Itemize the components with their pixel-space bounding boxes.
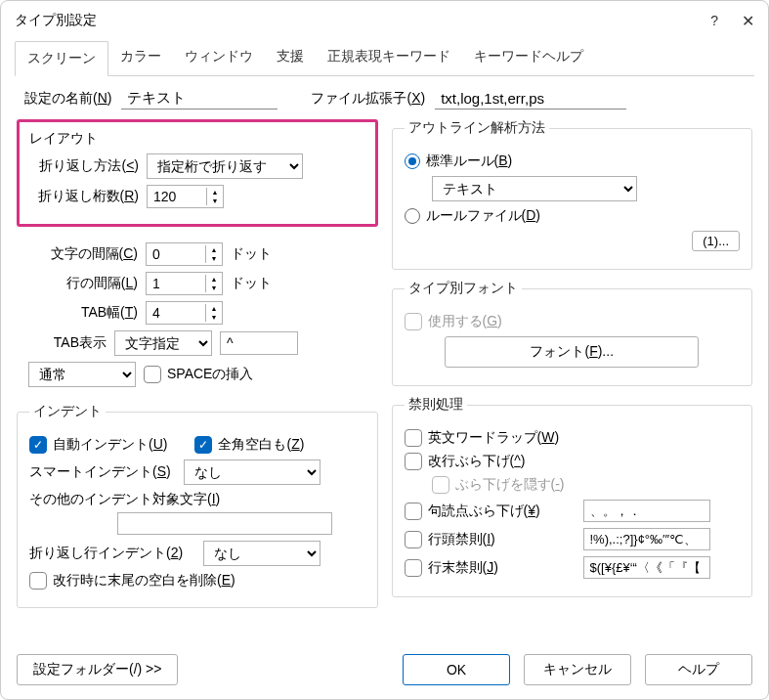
line-space-spinner[interactable]: ▲▼ — [146, 272, 223, 295]
spin-down-icon[interactable]: ▼ — [206, 313, 222, 322]
char-space-spinner[interactable]: ▲▼ — [146, 242, 223, 266]
spin-up-icon[interactable]: ▲ — [206, 245, 222, 254]
use-font-checkbox[interactable]: 使用する(G) — [405, 313, 502, 330]
dialog-body: スクリーン カラー ウィンドウ 支援 正規表現キーワード キーワードヘルプ 設定… — [1, 40, 768, 699]
auto-indent-label: 自動インデント(U) — [53, 436, 167, 454]
ok-button[interactable]: OK — [403, 654, 510, 685]
line-head-checkbox[interactable]: 行頭禁則(I) — [405, 531, 576, 548]
use-font-label: 使用する(G) — [428, 313, 502, 330]
line-tail-label: 行末禁則(J) — [428, 559, 498, 577]
wordwrap-checkbox[interactable]: 英文ワードラップ(W) — [405, 429, 560, 447]
right-column: アウトライン解析方法 標準ルール(B) テキスト — [392, 119, 753, 608]
rule-file-label: ルールファイル(D) — [426, 207, 540, 225]
checkbox-icon: ✓ — [29, 436, 47, 454]
checkbox-icon — [405, 531, 422, 548]
tab-support[interactable]: 支援 — [265, 40, 316, 75]
outline-group: アウトライン解析方法 標準ルール(B) テキスト — [392, 119, 753, 270]
spin-down-icon[interactable]: ▼ — [206, 254, 222, 263]
other-indent-chars-label: その他のインデント対象文字(I) — [29, 491, 220, 508]
rule-file-radio[interactable]: ルールファイル(D) — [405, 207, 540, 225]
space-insert-checkbox[interactable]: SPACEの挿入 — [144, 366, 253, 383]
name-label: 設定の名前(N) — [24, 90, 111, 108]
char-space-input[interactable] — [147, 243, 205, 265]
fullwidth-space-checkbox[interactable]: ✓ 全角空白も(Z) — [194, 436, 304, 454]
tab-window[interactable]: ウィンドウ — [173, 40, 265, 75]
space-insert-label: SPACEの挿入 — [167, 366, 253, 383]
ext-input[interactable] — [435, 88, 626, 109]
standard-rule-combo[interactable]: テキスト — [432, 176, 637, 201]
wrap-cols-label: 折り返し桁数(R) — [29, 188, 139, 205]
font-button[interactable]: フォント(F)... — [445, 336, 699, 368]
line-space-label: 行の間隔(L) — [28, 275, 138, 292]
cancel-button[interactable]: キャンセル — [524, 654, 631, 685]
line-head-label: 行頭禁則(I) — [428, 531, 495, 548]
spin-down-icon[interactable]: ▼ — [207, 197, 223, 205]
hide-hanging-checkbox[interactable]: ぶら下げを隠す(-) — [432, 476, 565, 494]
help-button[interactable]: ヘルプ — [645, 654, 752, 685]
checkbox-icon — [405, 453, 422, 470]
one-button[interactable]: (1)... — [692, 231, 740, 251]
smart-indent-combo[interactable]: なし — [184, 459, 320, 485]
trim-trailing-label: 改行時に末尾の空白を削除(E) — [53, 572, 235, 590]
layout-highlight: レイアウト 折り返し方法(<) 指定桁で折り返す 折り返し桁数(R) ▲▼ — [17, 119, 378, 227]
tabs: スクリーン カラー ウィンドウ 支援 正規表現キーワード キーワードヘルプ — [15, 40, 754, 76]
radio-icon — [405, 208, 420, 224]
left-column: レイアウト 折り返し方法(<) 指定桁で折り返す 折り返し桁数(R) ▲▼ — [17, 119, 378, 608]
wrap-indent-combo[interactable]: なし — [203, 541, 320, 566]
wrap-method-combo[interactable]: 指定桁で折り返す — [147, 153, 303, 179]
fullwidth-space-label: 全角空白も(Z) — [218, 436, 304, 454]
titlebar-buttons: ? ✕ — [710, 12, 754, 30]
hanging-label: 改行ぶら下げ(^) — [428, 453, 526, 470]
tab-display-label: TAB表示 — [28, 334, 107, 352]
outline-legend: アウトライン解析方法 — [405, 119, 549, 137]
line-tail-chars-input[interactable] — [583, 556, 710, 579]
spin-up-icon[interactable]: ▲ — [207, 188, 223, 197]
tab-width-spinner[interactable]: ▲▼ — [146, 301, 223, 325]
tab-display-combo[interactable]: 文字指定 — [114, 330, 212, 356]
name-input[interactable] — [121, 88, 278, 109]
wrap-cols-spinner[interactable]: ▲▼ — [147, 185, 224, 208]
tab-char-input[interactable] — [220, 331, 298, 355]
tab-regex-keyword[interactable]: 正規表現キーワード — [316, 40, 462, 75]
checkbox-icon — [405, 503, 422, 520]
close-icon[interactable]: ✕ — [742, 12, 754, 30]
footer: 設定フォルダー(/) >> OK キャンセル ヘルプ — [15, 654, 754, 685]
checkbox-icon — [432, 476, 449, 494]
line-space-input[interactable] — [147, 273, 205, 294]
hanging-checkbox[interactable]: 改行ぶら下げ(^) — [405, 453, 526, 470]
kinsoku-legend: 禁則処理 — [405, 396, 467, 414]
other-indent-chars-input[interactable] — [117, 512, 332, 535]
tab-keyword-help[interactable]: キーワードヘルプ — [462, 40, 595, 75]
spin-up-icon[interactable]: ▲ — [206, 275, 222, 284]
line-head-chars-input[interactable] — [583, 528, 710, 550]
tab-width-label: TAB幅(T) — [28, 304, 138, 322]
normal-combo[interactable]: 通常 — [28, 362, 136, 387]
checkbox-icon — [405, 429, 422, 447]
wordwrap-label: 英文ワードラップ(W) — [428, 429, 560, 447]
checkbox-icon — [405, 313, 422, 330]
line-tail-checkbox[interactable]: 行末禁則(J) — [405, 559, 576, 577]
tab-screen[interactable]: スクリーン — [15, 41, 108, 76]
help-icon[interactable]: ? — [710, 13, 718, 28]
standard-rule-radio[interactable]: 標準ルール(B) — [405, 153, 513, 170]
auto-indent-checkbox[interactable]: ✓ 自動インデント(U) — [29, 436, 167, 454]
tab-color[interactable]: カラー — [108, 40, 173, 75]
wrap-cols-input[interactable] — [148, 186, 206, 207]
spin-up-icon[interactable]: ▲ — [206, 304, 222, 313]
titlebar: タイプ別設定 ? ✕ — [1, 1, 768, 40]
checkbox-icon — [405, 559, 422, 577]
spin-down-icon[interactable]: ▼ — [206, 284, 222, 292]
typefont-legend: タイプ別フォント — [405, 280, 522, 297]
columns: レイアウト 折り返し方法(<) 指定桁で折り返す 折り返し桁数(R) ▲▼ — [17, 119, 752, 608]
punct-hanging-checkbox[interactable]: 句読点ぶら下げ(¥) — [405, 503, 576, 520]
trim-trailing-checkbox[interactable]: 改行時に末尾の空白を削除(E) — [29, 572, 235, 590]
tab-width-input[interactable] — [147, 302, 205, 324]
wrap-method-label: 折り返し方法(<) — [29, 157, 139, 175]
layout-legend: レイアウト — [29, 130, 365, 148]
punct-chars-input[interactable] — [583, 500, 710, 522]
kinsoku-group: 禁則処理 英文ワードラップ(W) 改行ぶら下げ(^) — [392, 396, 753, 597]
checkbox-icon — [144, 366, 161, 383]
spacer — [192, 654, 389, 685]
indent-legend: インデント — [29, 403, 106, 420]
settings-folder-button[interactable]: 設定フォルダー(/) >> — [17, 654, 178, 685]
